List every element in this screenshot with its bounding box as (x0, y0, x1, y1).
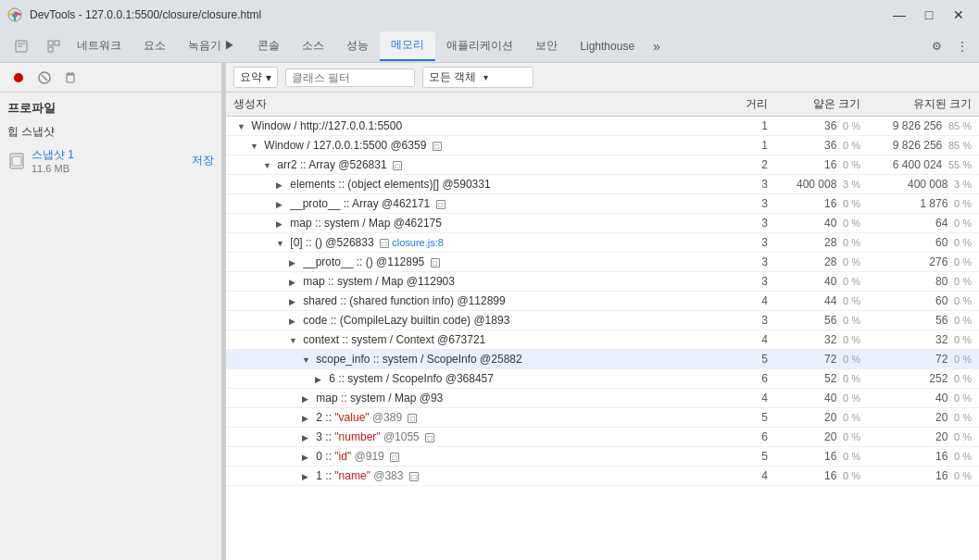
node-ref-icon[interactable]: □ (408, 414, 417, 423)
minimize-button[interactable]: — (886, 2, 912, 28)
table-row[interactable]: ▶ map :: system / Map @462175340 0 %64 0… (226, 214, 979, 233)
close-button[interactable]: ✕ (946, 2, 972, 28)
table-row[interactable]: ▼ scope_info :: system / ScopeInfo @2588… (226, 350, 979, 369)
object-type-select[interactable]: 모든 객체 ▾ (422, 67, 533, 88)
tree-toggle-icon[interactable]: ▼ (302, 355, 313, 365)
snapshot-item[interactable]: 스냅샷 1 11.6 MB 저장 (0, 143, 221, 178)
tab-inspect[interactable] (42, 31, 66, 61)
tab-elements-text[interactable]: 요소 (132, 31, 177, 61)
cell-distance: 1 (720, 136, 775, 156)
tab-elements[interactable] (4, 31, 42, 61)
table-row[interactable]: ▶ __proto__ :: () @112895 □328 0 %276 0 … (226, 253, 979, 272)
tree-toggle-icon[interactable]: ▶ (276, 200, 287, 209)
cell-shallow-size: 52 0 % (775, 369, 868, 389)
header-shallow-size: 얕은 크기 (775, 93, 868, 117)
cell-retained-size: 64 0 % (868, 214, 979, 233)
source-link[interactable]: closure.js:8 (392, 237, 444, 248)
tab-console[interactable]: 콘솔 (246, 31, 291, 61)
table-row[interactable]: ▼ [0] :: () @526833 □ closure.js:8328 0 … (226, 233, 979, 253)
cell-retained-size: 276 0 % (868, 253, 979, 272)
table-row[interactable]: ▶ shared :: (shared function info) @1128… (226, 292, 979, 311)
cell-distance: 3 (720, 272, 775, 292)
tree-toggle-icon[interactable]: ▶ (289, 297, 300, 306)
header-constructor: 생성자 (226, 93, 720, 117)
title-bar: DevTools - 127.0.0.1:5500/closure/closur… (0, 0, 979, 30)
table-row[interactable]: ▼ context :: system / Context @673721432… (226, 330, 979, 350)
tree-toggle-icon[interactable]: ▶ (276, 180, 287, 190)
tree-toggle-icon[interactable]: ▼ (276, 239, 287, 248)
tab-application[interactable]: 애플리케이션 (435, 31, 524, 61)
tree-toggle-icon[interactable]: ▶ (302, 394, 313, 404)
stop-button[interactable] (33, 67, 56, 89)
tree-toggle-icon[interactable]: ▶ (302, 453, 313, 462)
summary-chevron-icon: ▾ (266, 71, 271, 84)
chrome-icon (7, 7, 22, 22)
table-row[interactable]: ▶ elements :: (object elements)[] @59033… (226, 175, 979, 194)
tree-toggle-icon[interactable]: ▼ (250, 142, 261, 151)
node-ref-icon[interactable]: □ (433, 142, 442, 151)
table-row[interactable]: ▶ map :: system / Map @112903340 0 %80 0… (226, 272, 979, 292)
tab-lighthouse[interactable]: Lighthouse (569, 31, 646, 61)
tree-toggle-icon[interactable]: ▶ (289, 278, 300, 287)
node-ref-icon[interactable]: □ (431, 258, 440, 268)
tree-toggle-icon[interactable]: ▶ (315, 375, 326, 384)
table-row[interactable]: ▼ Window / http://127.0.0.1:5500136 0 %9… (226, 117, 979, 136)
tab-sources[interactable]: 소스 (291, 31, 335, 61)
more-options-button[interactable]: ⋮ (949, 33, 975, 59)
node-ref-icon[interactable]: □ (409, 472, 419, 481)
gear-button[interactable]: ⚙ (923, 33, 949, 59)
table-row[interactable]: ▶ 2 :: "value" @389 □520 0 %20 0 % (226, 408, 979, 428)
table-row[interactable]: ▶ 6 :: system / ScopeInfo @368457652 0 %… (226, 369, 979, 389)
node-ref-icon[interactable]: □ (425, 433, 434, 442)
table-row[interactable]: ▶ 0 :: "id" @919 □516 0 %16 0 % (226, 447, 979, 467)
node-label: 0 :: (316, 450, 334, 463)
cell-shallow-size: 56 0 % (775, 311, 868, 330)
header-retained-size: 유지된 크기 (868, 93, 979, 117)
svg-rect-18 (12, 156, 21, 166)
heap-snapshots-title: 힙 스냅샷 (0, 120, 221, 143)
sidebar: 프로파일 힙 스냅샷 스냅샷 1 11.6 MB 저장 (0, 63, 222, 560)
record-button[interactable] (7, 67, 30, 89)
cell-shallow-size: 400 008 3 % (775, 175, 868, 194)
cell-retained-size: 40 0 % (868, 389, 979, 408)
table-row[interactable]: ▶ code :: (CompileLazy builtin code) @18… (226, 311, 979, 330)
class-filter-input[interactable] (285, 68, 415, 87)
cell-retained-size: 80 0 % (868, 272, 979, 292)
tree-toggle-icon[interactable]: ▼ (289, 336, 300, 345)
table-row[interactable]: ▶ map :: system / Map @93440 0 %40 0 % (226, 389, 979, 408)
table-row[interactable]: ▼ arr2 :: Array @526831 □216 0 %6 400 02… (226, 156, 979, 175)
tab-network[interactable]: 네트워크 (66, 31, 132, 61)
tree-toggle-icon[interactable]: ▶ (289, 317, 300, 326)
table-row[interactable]: ▶ 1 :: "name" @383 □416 0 %16 0 % (226, 467, 979, 486)
tree-toggle-icon[interactable]: ▶ (302, 433, 313, 442)
node-ref-icon[interactable]: □ (390, 453, 399, 462)
maximize-button[interactable]: □ (916, 2, 942, 28)
summary-button[interactable]: 요약 ▾ (233, 67, 278, 88)
tab-performance[interactable]: 성능 (335, 31, 380, 61)
header-distance: 거리 (720, 93, 775, 117)
tree-toggle-icon[interactable]: ▼ (237, 122, 248, 131)
table-row[interactable]: ▶ 3 :: "number" @1055 □620 0 %20 0 % (226, 428, 979, 447)
tree-toggle-icon[interactable]: ▶ (289, 258, 300, 268)
cell-shallow-size: 16 0 % (775, 467, 868, 486)
cell-shallow-size: 20 0 % (775, 408, 868, 428)
tab-security[interactable]: 보안 (524, 31, 569, 61)
table-row[interactable]: ▼ Window / 127.0.0.1:5500 @6359 □136 0 %… (226, 136, 979, 156)
snapshot-icon (7, 152, 26, 170)
trash-button[interactable] (59, 67, 82, 89)
snapshot-save-link[interactable]: 저장 (192, 153, 214, 168)
node-ref-icon[interactable]: □ (380, 239, 389, 248)
tree-toggle-icon[interactable]: ▶ (302, 414, 313, 423)
node-ref-icon[interactable]: □ (436, 200, 446, 209)
tab-memory[interactable]: 메모리 (380, 31, 435, 61)
tab-more-button[interactable]: » (646, 39, 668, 54)
heap-table[interactable]: 생성자 거리 얕은 크기 유지된 크기 ▼ Window / http://12… (226, 93, 979, 560)
tree-toggle-icon[interactable]: ▼ (263, 161, 274, 170)
node-ref-icon[interactable]: □ (393, 161, 402, 170)
tree-toggle-icon[interactable]: ▶ (276, 219, 287, 229)
tree-toggle-icon[interactable]: ▶ (302, 472, 313, 481)
table-row[interactable]: ▶ __proto__ :: Array @462171 □316 0 %1 8… (226, 194, 979, 214)
node-label: elements :: (object elements)[] @590331 (290, 178, 490, 191)
svg-rect-11 (67, 75, 74, 82)
tab-recorder[interactable]: 녹음기 ▶ (177, 31, 246, 61)
